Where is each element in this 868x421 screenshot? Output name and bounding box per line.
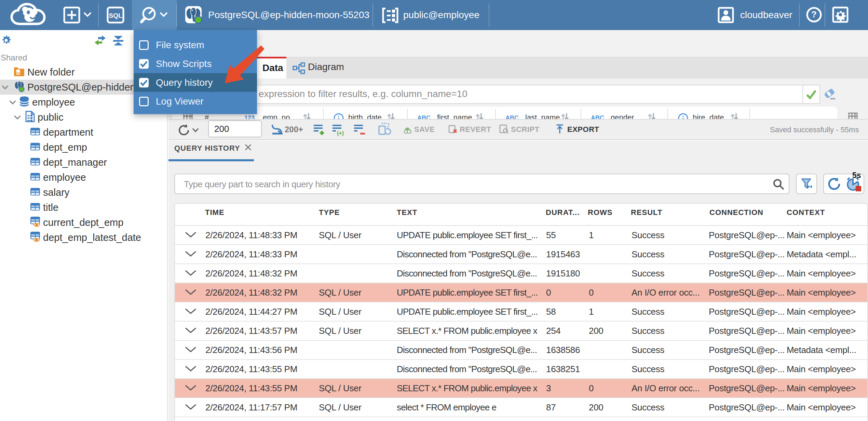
svg-text:SQL: SQL: [109, 12, 122, 19]
svg-text:?: ?: [811, 9, 817, 19]
svg-text:(+): (+): [337, 130, 344, 136]
